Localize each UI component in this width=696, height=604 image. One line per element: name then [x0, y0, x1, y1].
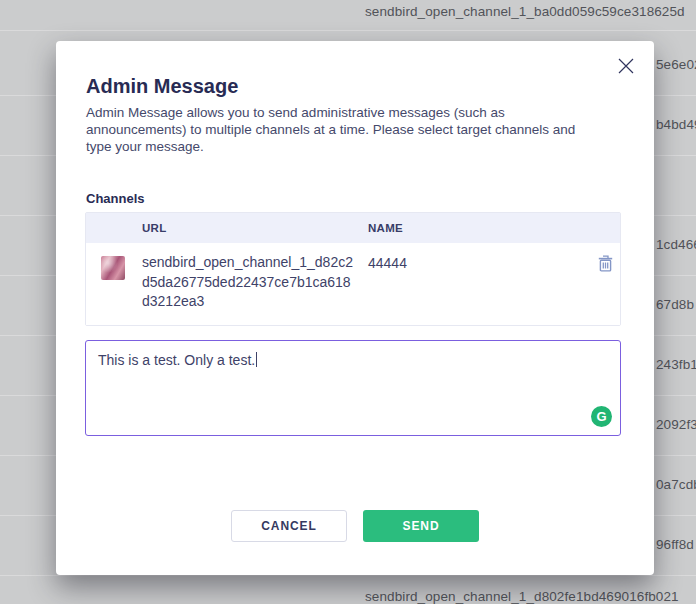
background-url-fragment: 2092f3e — [656, 417, 696, 432]
channels-table-header: URL NAME — [86, 213, 620, 243]
send-button[interactable]: SEND — [363, 510, 479, 542]
table-row: sendbird_open_channel_1_d82c2d5da26775de… — [86, 243, 620, 325]
background-url-fragment: b4bd49 — [656, 117, 696, 132]
modal-description-line: type your message. — [86, 138, 626, 155]
background-row-divider — [0, 30, 696, 31]
close-button[interactable] — [613, 54, 639, 80]
text-caret — [256, 352, 257, 367]
channel-url-cell: sendbird_open_channel_1_d82c2d5da26775de… — [142, 253, 357, 312]
grammarly-icon[interactable]: G — [591, 406, 612, 427]
modal-description: Admin Message allows you to send adminis… — [86, 104, 626, 155]
background-url-fragment: 96ff8d — [656, 537, 694, 552]
background-channel-url-top: sendbird_open_channel_1_ba0dd059c59ce318… — [365, 4, 685, 19]
channel-name-cell: 44444 — [368, 255, 407, 271]
modal-description-line: announcements) to multiple channels at a… — [86, 121, 626, 138]
admin-message-modal: Admin Message Admin Message allows you t… — [56, 41, 654, 575]
channels-label: Channels — [86, 191, 145, 206]
background-url-fragment: 67d8b — [656, 297, 694, 312]
background-url-fragment: 5e6e02 — [656, 57, 696, 72]
column-header-url: URL — [142, 222, 368, 234]
channel-avatar — [101, 256, 125, 280]
close-icon — [615, 55, 637, 80]
background-url-fragment: 0a7cdb — [656, 477, 696, 492]
trash-icon — [597, 261, 614, 276]
modal-title: Admin Message — [86, 75, 238, 98]
admin-message-value: This is a test. Only a test. — [98, 352, 255, 368]
modal-actions: CANCEL SEND — [56, 510, 654, 542]
admin-message-input[interactable]: This is a test. Only a test. G — [85, 340, 621, 436]
modal-description-line: Admin Message allows you to send adminis… — [86, 104, 626, 121]
column-header-name: NAME — [368, 222, 403, 234]
background-url-fragment: 1cd466 — [656, 237, 696, 252]
channels-table: URL NAME sendbird_open_channel_1_d82c2d5… — [85, 212, 621, 326]
remove-channel-button[interactable] — [595, 254, 615, 274]
admin-message-text: This is a test. Only a test. — [98, 351, 608, 369]
background-url-fragment: 243fb1 — [656, 357, 696, 372]
cancel-button[interactable]: CANCEL — [231, 510, 347, 542]
page: { "background": { "top_row_text": "sendb… — [0, 0, 696, 604]
background-channel-url-bottom: sendbird_open_channel_1_d802fe1bd469016f… — [365, 589, 679, 604]
background-row-divider — [0, 575, 696, 576]
